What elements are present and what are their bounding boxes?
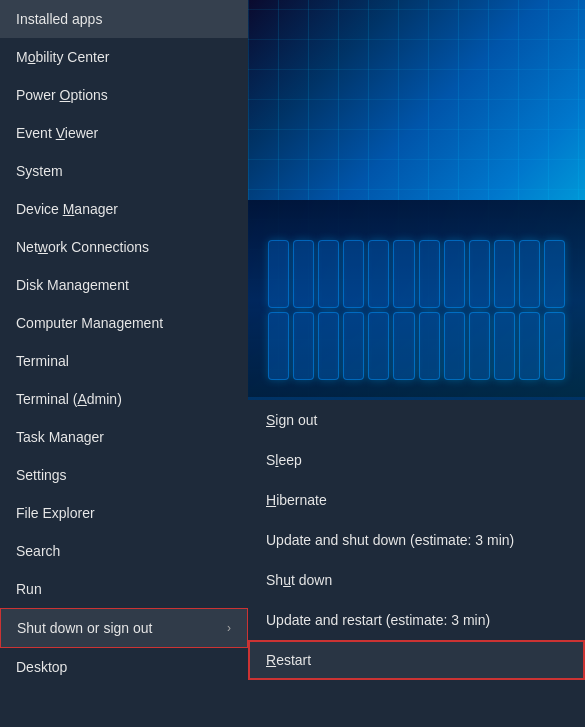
- key: [544, 312, 565, 380]
- menu-item-label: Power Options: [16, 87, 108, 103]
- menu-item-mobility-center[interactable]: Mobility Center: [0, 38, 248, 76]
- menu-item-label: Search: [16, 543, 60, 559]
- menu-item-label: Terminal: [16, 353, 69, 369]
- menu-item-label: Device Manager: [16, 201, 118, 217]
- menu-item-label: Run: [16, 581, 42, 597]
- key: [469, 312, 490, 380]
- menu-item-terminal[interactable]: Terminal: [0, 342, 248, 380]
- menu-item-computer-management[interactable]: Computer Management: [0, 304, 248, 342]
- key: [318, 240, 339, 308]
- menu-item-installed-apps[interactable]: Installed apps: [0, 0, 248, 38]
- keyboard-keys: [268, 240, 565, 380]
- menu-item-desktop[interactable]: Desktop: [0, 648, 248, 686]
- menu-item-label: File Explorer: [16, 505, 95, 521]
- menu-item-search[interactable]: Search: [0, 532, 248, 570]
- menu-item-label: Installed apps: [16, 11, 102, 27]
- key: [268, 240, 289, 308]
- menu-item-run[interactable]: Run: [0, 570, 248, 608]
- submenu-item-shut-down[interactable]: Shut down: [248, 560, 585, 600]
- context-menu: Installed appsMobility CenterPower Optio…: [0, 0, 248, 727]
- menu-item-file-explorer[interactable]: File Explorer: [0, 494, 248, 532]
- submenu-item-label: Update and shut down (estimate: 3 min): [266, 532, 514, 548]
- key: [444, 240, 465, 308]
- submenu-item-label: Sign out: [266, 412, 317, 428]
- submenu-item-sleep[interactable]: Sleep: [248, 440, 585, 480]
- key: [368, 240, 389, 308]
- menu-item-device-manager[interactable]: Device Manager: [0, 190, 248, 228]
- key: [343, 312, 364, 380]
- menu-item-label: System: [16, 163, 63, 179]
- key: [368, 312, 389, 380]
- key: [419, 240, 440, 308]
- key: [519, 240, 540, 308]
- menu-item-label: Computer Management: [16, 315, 163, 331]
- menu-item-label: Shut down or sign out: [17, 620, 152, 636]
- submenu-item-label: Sleep: [266, 452, 302, 468]
- key: [393, 312, 414, 380]
- background-image: [248, 0, 585, 400]
- key: [268, 312, 289, 380]
- menu-item-system[interactable]: System: [0, 152, 248, 190]
- menu-item-disk-management[interactable]: Disk Management: [0, 266, 248, 304]
- submenu-panel: Sign outSleepHibernateUpdate and shut do…: [248, 400, 585, 727]
- menu-item-shut-down-or-sign-out[interactable]: Shut down or sign out›: [0, 608, 248, 648]
- submenu-item-restart[interactable]: Restart: [248, 640, 585, 680]
- keyboard-decoration: [248, 200, 585, 400]
- submenu-item-update-shut-down[interactable]: Update and shut down (estimate: 3 min): [248, 520, 585, 560]
- menu-item-label: Mobility Center: [16, 49, 109, 65]
- menu-item-label: Event Viewer: [16, 125, 98, 141]
- menu-item-terminal-admin[interactable]: Terminal (Admin): [0, 380, 248, 418]
- key: [318, 312, 339, 380]
- menu-item-task-manager[interactable]: Task Manager: [0, 418, 248, 456]
- arrow-icon: ›: [227, 621, 231, 635]
- menu-item-power-options[interactable]: Power Options: [0, 76, 248, 114]
- menu-item-label: Task Manager: [16, 429, 104, 445]
- key: [343, 240, 364, 308]
- key: [494, 312, 515, 380]
- key: [419, 312, 440, 380]
- submenu-item-label: Restart: [266, 652, 311, 668]
- submenu-item-label: Update and restart (estimate: 3 min): [266, 612, 490, 628]
- submenu-item-hibernate[interactable]: Hibernate: [248, 480, 585, 520]
- menu-item-network-connections[interactable]: Network Connections: [0, 228, 248, 266]
- menu-item-label: Disk Management: [16, 277, 129, 293]
- submenu-item-update-restart[interactable]: Update and restart (estimate: 3 min): [248, 600, 585, 640]
- key: [444, 312, 465, 380]
- menu-item-settings[interactable]: Settings: [0, 456, 248, 494]
- key: [519, 312, 540, 380]
- submenu-item-label: Shut down: [266, 572, 332, 588]
- menu-item-label: Network Connections: [16, 239, 149, 255]
- menu-item-label: Desktop: [16, 659, 67, 675]
- submenu-item-sign-out[interactable]: Sign out: [248, 400, 585, 440]
- key: [293, 240, 314, 308]
- menu-item-label: Terminal (Admin): [16, 391, 122, 407]
- key: [494, 240, 515, 308]
- menu-item-event-viewer[interactable]: Event Viewer: [0, 114, 248, 152]
- key: [293, 312, 314, 380]
- submenu-item-label: Hibernate: [266, 492, 327, 508]
- menu-item-label: Settings: [16, 467, 67, 483]
- key: [469, 240, 490, 308]
- key: [544, 240, 565, 308]
- key: [393, 240, 414, 308]
